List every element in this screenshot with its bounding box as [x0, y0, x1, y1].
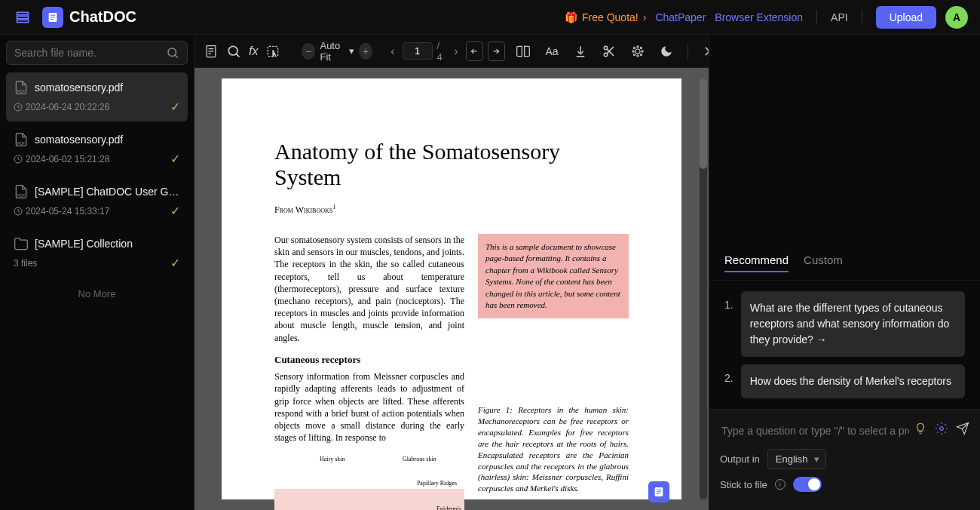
- question-number: 2.: [724, 364, 733, 384]
- gift-icon: 🎁: [565, 11, 577, 23]
- clock-icon: [14, 103, 23, 112]
- pdf-icon: PDF: [14, 132, 29, 147]
- settings-icon[interactable]: [935, 422, 948, 435]
- upload-button[interactable]: Upload: [876, 6, 936, 29]
- scrollbar[interactable]: [700, 78, 707, 499]
- main-menu-icon[interactable]: [12, 7, 33, 28]
- send-icon[interactable]: [956, 422, 969, 435]
- zoom-in-button[interactable]: +: [359, 43, 372, 60]
- book-icon[interactable]: [513, 41, 534, 62]
- search-icon[interactable]: [166, 46, 179, 60]
- theme-toggle-icon[interactable]: [656, 41, 677, 62]
- svg-rect-1: [17, 16, 29, 18]
- download-icon[interactable]: [570, 41, 591, 62]
- sidebar: PDF somatosensory.pdf 2024-06-24 20:22:2…: [0, 35, 194, 510]
- callout-box: This is a sample document to showcase pa…: [478, 234, 629, 318]
- browser-extension-link[interactable]: Browser Extension: [715, 11, 803, 23]
- question-number: 1.: [724, 291, 733, 311]
- next-page-button[interactable]: ›: [451, 41, 461, 61]
- search-input[interactable]: [14, 47, 166, 59]
- check-icon: ✓: [170, 152, 180, 166]
- clock-icon: [14, 207, 23, 216]
- pdf-icon: PDF: [14, 80, 29, 95]
- free-quota-link[interactable]: 🎁 Free Quota! ›: [565, 11, 646, 23]
- collection-count: 3 files: [14, 258, 37, 269]
- document-page: Anatomy of the Somatosensory System From…: [222, 78, 681, 499]
- toolbar: fx − Auto Fit ▾ + ‹ / 4 ›: [194, 35, 709, 68]
- svg-point-32: [632, 50, 634, 51]
- svg-point-31: [637, 54, 639, 56]
- svg-point-42: [940, 427, 944, 431]
- svg-point-37: [633, 54, 635, 55]
- search-doc-icon[interactable]: [226, 41, 241, 62]
- formula-icon[interactable]: fx: [249, 41, 258, 62]
- info-icon[interactable]: i: [775, 479, 786, 490]
- svg-rect-0: [17, 12, 29, 14]
- scrollbar-thumb[interactable]: [700, 78, 707, 169]
- skin-diagram: Hairy skin Glabrous skin Papillary Ridge…: [274, 454, 464, 510]
- svg-point-7: [168, 48, 176, 57]
- svg-line-20: [236, 54, 239, 57]
- svg-point-34: [633, 47, 635, 48]
- svg-rect-2: [17, 20, 29, 22]
- svg-text:PDF: PDF: [17, 141, 25, 146]
- svg-point-26: [604, 53, 608, 57]
- api-link[interactable]: API: [831, 11, 848, 23]
- chatpaper-link[interactable]: ChatPaper: [655, 11, 706, 23]
- zoom-select[interactable]: Auto Fit ▾: [320, 40, 354, 63]
- recommended-question[interactable]: What are the different types of cutaneou…: [741, 291, 965, 357]
- zoom-out-button[interactable]: −: [302, 43, 315, 60]
- stick-to-file-label: Stick to file: [720, 479, 767, 490]
- page-view-icon[interactable]: [204, 41, 219, 62]
- clock-icon: [14, 155, 23, 164]
- page-input[interactable]: [403, 42, 433, 60]
- svg-text:PDF: PDF: [17, 193, 25, 198]
- file-item[interactable]: PDF [SAMPLE] ChatDOC User G… 2024-05-24 …: [6, 177, 188, 226]
- lightbulb-icon[interactable]: [914, 422, 927, 435]
- paragraph: Sensory information from Meissner corpus…: [274, 370, 464, 444]
- file-date: 2024-06-24 20:22:26: [26, 102, 109, 112]
- logo-icon: [42, 7, 63, 28]
- folder-icon: [14, 236, 29, 251]
- tab-recommend[interactable]: Recommend: [724, 253, 789, 272]
- svg-point-25: [604, 46, 608, 50]
- nav-forward-button[interactable]: [488, 41, 505, 61]
- ai-sparkle-icon[interactable]: [627, 41, 648, 62]
- svg-point-19: [228, 46, 237, 55]
- search-box[interactable]: [6, 41, 188, 65]
- svg-rect-41: [657, 493, 660, 494]
- paragraph: Our somatosensory system consists of sen…: [274, 234, 464, 344]
- svg-point-36: [640, 47, 642, 48]
- selection-icon[interactable]: [265, 41, 280, 62]
- page-author: From Wikibooks1: [274, 204, 629, 216]
- pdf-icon: PDF: [14, 184, 29, 199]
- svg-rect-4: [51, 14, 56, 15]
- svg-rect-40: [657, 491, 662, 492]
- prev-page-button[interactable]: ‹: [387, 41, 397, 61]
- chat-panel: Recommend Custom 1. What are the differe…: [709, 35, 980, 510]
- float-chat-icon[interactable]: [648, 481, 669, 502]
- check-icon: ✓: [170, 256, 180, 270]
- language-select[interactable]: English: [767, 449, 827, 469]
- recommended-question[interactable]: How does the density of Merkel's recepto…: [741, 364, 965, 398]
- logo[interactable]: ChatDOC: [42, 7, 136, 28]
- avatar[interactable]: A: [945, 6, 968, 29]
- svg-rect-5: [51, 17, 56, 17]
- file-item[interactable]: PDF somatosensory.pdf 2024-06-02 15:21:2…: [6, 124, 188, 174]
- logo-text: ChatDOC: [69, 8, 136, 26]
- figure-caption: Figure 1: Receptors in the human skin: M…: [478, 404, 629, 494]
- document-area[interactable]: Anatomy of the Somatosensory System From…: [194, 68, 709, 510]
- font-size-icon[interactable]: Aa: [541, 41, 562, 62]
- file-name: somatosensory.pdf: [35, 134, 123, 146]
- svg-point-29: [635, 49, 640, 54]
- scissors-icon[interactable]: [599, 41, 620, 62]
- nav-back-button[interactable]: [466, 41, 483, 61]
- stick-to-file-toggle[interactable]: [793, 477, 822, 492]
- no-more-label: No More: [6, 281, 188, 307]
- svg-point-33: [642, 50, 643, 51]
- tab-custom[interactable]: Custom: [804, 253, 843, 272]
- file-item[interactable]: PDF somatosensory.pdf 2024-06-24 20:22:2…: [6, 72, 188, 121]
- file-name: [SAMPLE] ChatDOC User G…: [35, 186, 179, 198]
- svg-rect-6: [51, 19, 54, 20]
- collection-item[interactable]: [SAMPLE] Collection 3 files ✓: [6, 229, 188, 278]
